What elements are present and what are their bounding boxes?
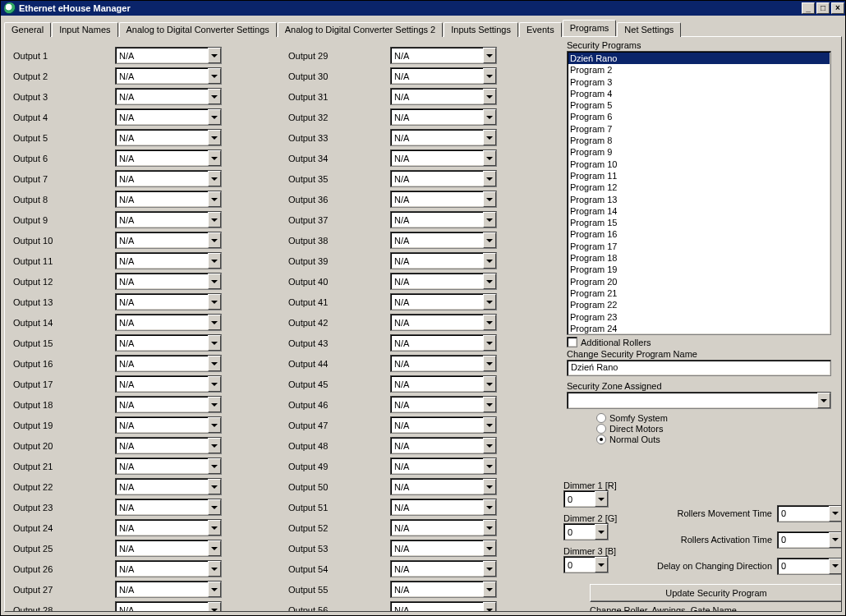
output-combo[interactable]: N/A [115, 149, 222, 167]
output-combo[interactable]: N/A [115, 232, 222, 249]
maximize-button[interactable]: □ [816, 2, 830, 14]
output-combo[interactable]: N/A [115, 47, 222, 64]
minimize-button[interactable]: _ [802, 2, 815, 14]
delay-changing-combo[interactable]: 0 [777, 558, 842, 575]
list-item[interactable]: Program 21 [568, 287, 830, 299]
output-combo[interactable]: N/A [115, 416, 222, 434]
tab-input-names[interactable]: Input Names [52, 22, 117, 37]
list-item[interactable]: Program 3 [568, 76, 830, 88]
output-combo[interactable]: N/A [115, 375, 222, 393]
output-combo[interactable]: N/A [115, 519, 222, 536]
list-item[interactable]: Program 6 [568, 111, 830, 122]
output-combo[interactable]: N/A [115, 170, 222, 187]
output-combo[interactable]: N/A [115, 314, 222, 331]
output-combo[interactable]: N/A [390, 293, 497, 310]
output-combo[interactable]: N/A [115, 457, 222, 475]
output-combo[interactable]: N/A [115, 437, 222, 454]
output-combo[interactable]: N/A [115, 252, 222, 269]
dimmer2-combo[interactable]: 0 [563, 523, 609, 540]
output-combo[interactable]: N/A [390, 437, 497, 454]
output-combo[interactable]: N/A [390, 375, 497, 393]
output-combo[interactable]: N/A [390, 232, 497, 249]
output-combo[interactable]: N/A [390, 149, 497, 167]
output-combo[interactable]: N/A [390, 519, 497, 536]
output-combo[interactable]: N/A [390, 211, 497, 228]
output-combo[interactable]: N/A [390, 540, 497, 557]
list-item[interactable]: Dzień Rano [568, 53, 830, 64]
output-combo[interactable]: N/A [390, 252, 497, 269]
output-combo[interactable]: N/A [115, 88, 222, 105]
tab-analog-to-digital-converter-settings[interactable]: Analog to Digital Converter Settings [119, 22, 277, 37]
rollers-movement-combo[interactable]: 0 [777, 505, 842, 522]
list-item[interactable]: Program 20 [568, 276, 830, 287]
output-combo[interactable]: N/A [115, 601, 222, 612]
list-item[interactable]: Program 13 [568, 194, 830, 205]
tab-inputs-settings[interactable]: Inputs Settings [444, 22, 518, 37]
list-item[interactable]: Program 11 [568, 170, 830, 182]
change-program-name-input[interactable]: Dzień Rano [567, 360, 831, 376]
list-item[interactable]: Program 24 [568, 323, 830, 334]
output-combo[interactable]: N/A [390, 355, 497, 372]
output-combo[interactable]: N/A [390, 334, 497, 352]
list-item[interactable]: Program 8 [568, 135, 830, 146]
output-combo[interactable]: N/A [115, 396, 222, 413]
list-item[interactable]: Program 9 [568, 146, 830, 158]
output-combo[interactable]: N/A [115, 499, 222, 516]
list-item[interactable]: Program 5 [568, 99, 830, 111]
output-combo[interactable]: N/A [390, 170, 497, 187]
tab-analog-to-digital-converter-settings-2[interactable]: Analog to Digital Converter Settings 2 [278, 22, 443, 37]
motor-mode-radio[interactable]: Somfy System [596, 413, 831, 423]
list-item[interactable]: Program 15 [568, 217, 830, 228]
output-combo[interactable]: N/A [390, 560, 497, 577]
output-combo[interactable]: N/A [390, 273, 497, 290]
output-combo[interactable]: N/A [115, 334, 222, 352]
output-combo[interactable]: N/A [390, 457, 497, 475]
output-combo[interactable]: N/A [115, 191, 222, 208]
list-item[interactable]: Program 22 [568, 299, 830, 310]
output-combo[interactable]: N/A [115, 211, 222, 228]
tab-programs[interactable]: Programs [563, 20, 617, 36]
output-combo[interactable]: N/A [390, 478, 497, 495]
output-combo[interactable]: N/A [390, 581, 497, 598]
output-combo[interactable]: N/A [115, 560, 222, 577]
list-item[interactable]: Program 10 [568, 159, 830, 170]
output-combo[interactable]: N/A [115, 478, 222, 495]
output-combo[interactable]: N/A [390, 191, 497, 208]
additional-rollers-checkbox[interactable]: Additional Rollers [567, 337, 831, 347]
output-combo[interactable]: N/A [115, 581, 222, 598]
output-combo[interactable]: N/A [115, 540, 222, 557]
motor-mode-radio[interactable]: Normal Outs [596, 434, 831, 444]
output-combo[interactable]: N/A [390, 108, 497, 126]
output-combo[interactable]: N/A [390, 499, 497, 516]
output-combo[interactable]: N/A [115, 67, 222, 85]
dimmer3-combo[interactable]: 0 [563, 556, 609, 573]
output-combo[interactable]: N/A [115, 129, 222, 146]
list-item[interactable]: Program 4 [568, 88, 830, 99]
output-combo[interactable]: N/A [390, 601, 497, 612]
output-combo[interactable]: N/A [390, 129, 497, 146]
list-item[interactable]: Program 16 [568, 228, 830, 240]
list-item[interactable]: Program 17 [568, 241, 830, 252]
rollers-activation-combo[interactable]: 0 [777, 531, 842, 549]
output-combo[interactable]: N/A [390, 47, 497, 64]
list-item[interactable]: Program 18 [568, 252, 830, 264]
security-programs-list[interactable]: Dzień RanoProgram 2Program 3Program 4Pro… [567, 51, 831, 335]
dimmer1-combo[interactable]: 0 [563, 490, 609, 508]
output-combo[interactable]: N/A [115, 108, 222, 126]
close-button[interactable]: × [831, 2, 844, 14]
list-item[interactable]: Program 2 [568, 64, 830, 76]
output-combo[interactable]: N/A [115, 293, 222, 310]
list-item[interactable]: Program 12 [568, 182, 830, 193]
tab-general[interactable]: General [4, 22, 51, 37]
list-item[interactable]: Program 7 [568, 123, 830, 135]
output-combo[interactable]: N/A [390, 396, 497, 413]
output-combo[interactable]: N/A [390, 88, 497, 105]
security-zone-combo[interactable] [567, 392, 831, 409]
output-combo[interactable]: N/A [115, 273, 222, 290]
output-combo[interactable]: N/A [390, 314, 497, 331]
output-combo[interactable]: N/A [390, 67, 497, 85]
list-item[interactable]: Program 23 [568, 311, 830, 323]
output-combo[interactable]: N/A [115, 355, 222, 372]
list-item[interactable]: Program 14 [568, 205, 830, 217]
tab-net-settings[interactable]: Net Settings [617, 22, 681, 37]
